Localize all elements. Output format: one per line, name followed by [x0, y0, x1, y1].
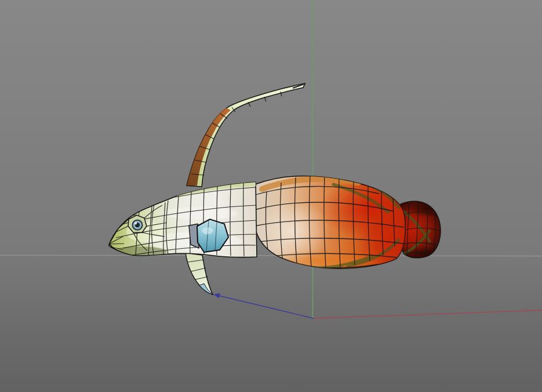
pelvic-fin [185, 253, 213, 295]
pelvic-surface [185, 253, 213, 295]
viewport-canvas[interactable] [0, 0, 542, 392]
rear-body [254, 175, 422, 273]
body-specular [162, 207, 238, 220]
fish-model[interactable] [109, 84, 445, 295]
whisker-surface [187, 84, 305, 187]
z-axis-line [219, 296, 314, 318]
horizon-line [0, 255, 542, 256]
pectoral-highlight [202, 227, 213, 234]
dorsal-whisker-fin [187, 84, 305, 187]
eye [128, 215, 147, 233]
eye-highlight [134, 222, 137, 224]
viewport-3d[interactable] [0, 0, 542, 392]
z-axis-arrow [213, 293, 220, 299]
x-axis-line [314, 310, 542, 318]
front-body [109, 181, 257, 257]
